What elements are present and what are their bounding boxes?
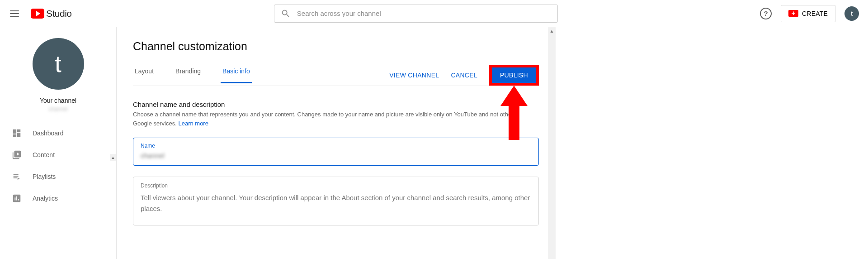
tab-branding[interactable]: Branding bbox=[174, 67, 203, 83]
sidebar-nav: Dashboard Content Playlists Analytics bbox=[0, 122, 116, 209]
sidebar-title: Your channel bbox=[40, 97, 76, 104]
content-area: ▲ Channel customization Layout Branding … bbox=[117, 27, 555, 259]
description-field-label: Description bbox=[141, 182, 531, 189]
publish-button[interactable]: PUBLISH bbox=[492, 67, 536, 83]
youtube-studio-logo[interactable]: Studio bbox=[31, 8, 72, 19]
sidebar-item-analytics[interactable]: Analytics bbox=[0, 187, 116, 209]
create-label: CREATE bbox=[802, 10, 828, 17]
app-header: Studio Search across your channel ? CREA… bbox=[0, 0, 868, 27]
create-button[interactable]: CREATE bbox=[781, 5, 835, 22]
main: Channel customization Layout Branding Ba… bbox=[117, 27, 555, 225]
name-field-label: Name bbox=[141, 143, 531, 149]
section-title: Channel name and description bbox=[133, 101, 539, 108]
sidebar-item-playlists[interactable]: Playlists bbox=[0, 166, 116, 187]
playlist-icon bbox=[12, 172, 22, 182]
help-icon[interactable]: ? bbox=[760, 8, 772, 19]
search-placeholder: Search across your channel bbox=[297, 10, 381, 17]
learn-more-link[interactable]: Learn more bbox=[178, 120, 208, 127]
logo-text: Studio bbox=[46, 8, 72, 19]
menu-icon[interactable] bbox=[9, 8, 20, 19]
analytics-icon bbox=[12, 193, 22, 203]
account-avatar[interactable]: t bbox=[844, 6, 859, 21]
camera-plus-icon bbox=[788, 10, 798, 17]
sidebar-label: Content bbox=[33, 151, 55, 158]
sidebar-label: Dashboard bbox=[33, 130, 64, 137]
youtube-play-icon bbox=[31, 9, 44, 19]
header-actions-row: VIEW CHANNEL CANCEL PUBLISH bbox=[389, 65, 539, 86]
name-input[interactable] bbox=[141, 152, 531, 159]
cancel-button[interactable]: CANCEL bbox=[451, 72, 477, 79]
sidebar-label: Playlists bbox=[33, 173, 56, 180]
tabs-row: Layout Branding Basic info VIEW CHANNEL … bbox=[133, 65, 539, 86]
sidebar-scroll-up-icon[interactable]: ▲ bbox=[110, 154, 116, 161]
sidebar-label: Analytics bbox=[33, 195, 58, 202]
search-icon bbox=[281, 9, 291, 19]
dashboard-icon bbox=[12, 128, 22, 138]
sidebar-item-dashboard[interactable]: Dashboard bbox=[0, 122, 116, 144]
channel-avatar[interactable]: t bbox=[33, 38, 84, 90]
tab-basic-info[interactable]: Basic info bbox=[221, 67, 252, 83]
app-body: t Your channel channel ▲ Dashboard Conte… bbox=[0, 27, 868, 259]
description-field[interactable]: Description bbox=[133, 177, 539, 225]
search-input[interactable]: Search across your channel bbox=[274, 5, 558, 23]
page-title: Channel customization bbox=[133, 40, 539, 53]
description-input[interactable] bbox=[141, 192, 531, 214]
content-icon bbox=[12, 150, 22, 160]
sidebar-subtitle: channel bbox=[48, 106, 67, 112]
sidebar: t Your channel channel ▲ Dashboard Conte… bbox=[0, 27, 117, 259]
header-actions: ? CREATE t bbox=[760, 5, 859, 22]
sidebar-item-content[interactable]: Content bbox=[0, 144, 116, 166]
annotation-arrow-icon bbox=[500, 86, 528, 140]
tab-layout[interactable]: Layout bbox=[133, 67, 156, 83]
search-wrap: Search across your channel bbox=[79, 5, 753, 23]
publish-highlight: PUBLISH bbox=[489, 65, 539, 86]
view-channel-button[interactable]: VIEW CHANNEL bbox=[389, 72, 439, 79]
svg-marker-0 bbox=[500, 86, 528, 140]
name-field[interactable]: Name bbox=[133, 138, 539, 166]
tabs: Layout Branding Basic info bbox=[133, 67, 252, 83]
section-description: Choose a channel name that represents yo… bbox=[133, 110, 531, 128]
